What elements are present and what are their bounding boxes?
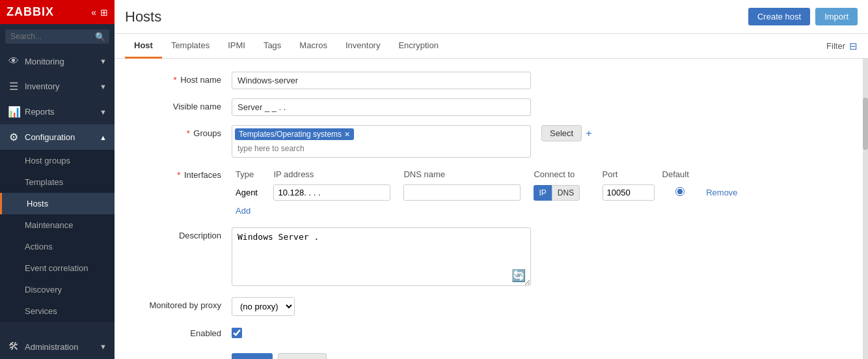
port-input[interactable] bbox=[603, 184, 655, 201]
enabled-row: Enabled bbox=[128, 325, 848, 340]
ip-button[interactable]: IP bbox=[534, 185, 551, 201]
main-menu: 👁 Monitoring ▼ ☰ Inventory ▼ 📊 Reports ▼… bbox=[0, 49, 115, 322]
dns-button[interactable]: DNS bbox=[552, 185, 580, 201]
enabled-checkbox[interactable] bbox=[232, 328, 242, 338]
search-icon: 🔍 bbox=[95, 32, 105, 42]
ip-address-input[interactable] bbox=[273, 184, 390, 201]
sidebar-item-services[interactable]: Services bbox=[0, 300, 115, 322]
groups-row: * Groups Templates/Operating systems ✕ bbox=[128, 125, 848, 158]
scrollbar-thumb[interactable] bbox=[863, 98, 868, 150]
admin-icon: 🛠 bbox=[8, 341, 20, 352]
proxy-select[interactable]: (no proxy) bbox=[232, 297, 295, 316]
enabled-field bbox=[232, 325, 242, 340]
expand-icon[interactable]: ⊞ bbox=[100, 7, 108, 18]
col-default: Default bbox=[658, 167, 703, 182]
scrollbar-track[interactable] bbox=[863, 59, 868, 359]
tab-inventory[interactable]: Inventory bbox=[336, 34, 389, 59]
visible-name-label: Visible name bbox=[128, 98, 232, 111]
col-port: Port bbox=[599, 167, 658, 182]
description-input[interactable] bbox=[232, 227, 531, 286]
inventory-icon: ☰ bbox=[8, 80, 20, 93]
add-button[interactable]: Add bbox=[232, 353, 273, 359]
page-title: Hosts bbox=[125, 8, 161, 25]
groups-search-input[interactable] bbox=[235, 143, 528, 154]
col-dns: DNS name bbox=[400, 167, 530, 182]
connect-to-cell: IP DNS bbox=[530, 182, 598, 203]
sidebar-item-discovery[interactable]: Discovery bbox=[0, 279, 115, 300]
tab-macros[interactable]: Macros bbox=[290, 34, 336, 59]
logo-area: ZABBIX « ⊞ bbox=[0, 0, 115, 24]
reports-icon: 📊 bbox=[8, 106, 20, 118]
enabled-label: Enabled bbox=[128, 325, 232, 338]
sidebar-item-host-groups[interactable]: Host groups bbox=[0, 150, 115, 171]
cancel-button[interactable]: Cancel bbox=[278, 353, 326, 359]
form-area: * Host name Visible name * bbox=[115, 59, 868, 359]
chevron-icon: ▼ bbox=[100, 108, 107, 116]
sidebar-item-monitoring[interactable]: 👁 Monitoring ▼ bbox=[0, 49, 115, 74]
connect-toggle: IP DNS bbox=[534, 185, 594, 201]
create-host-button[interactable]: Create host bbox=[748, 8, 810, 25]
tab-host[interactable]: Host bbox=[125, 34, 162, 59]
group-tag-remove[interactable]: ✕ bbox=[344, 130, 350, 139]
add-interface-link[interactable]: Add bbox=[236, 206, 251, 216]
host-name-input[interactable] bbox=[232, 72, 531, 89]
remove-cell: Remove bbox=[702, 182, 752, 203]
page-header: Hosts Create host Import bbox=[115, 0, 868, 34]
sidebar: ZABBIX « ⊞ 🔍 👁 Monitoring ▼ ☰ Inventory … bbox=[0, 0, 115, 359]
main-content: Hosts Create host Import Host Templates … bbox=[115, 0, 868, 359]
dns-name-input[interactable] bbox=[403, 184, 521, 201]
chevron-down-icon: ▲ bbox=[100, 134, 107, 141]
sidebar-item-templates[interactable]: Templates bbox=[0, 171, 115, 193]
interfaces-label: * Interfaces bbox=[128, 167, 232, 180]
description-row: Description 🔄 bbox=[128, 227, 848, 288]
select-button[interactable]: Select bbox=[541, 125, 582, 141]
interfaces-table: Type IP address DNS name Connect to Port… bbox=[232, 167, 752, 203]
filter-area: Filter ⊟ bbox=[826, 40, 858, 52]
remove-interface-link[interactable]: Remove bbox=[706, 188, 737, 197]
tab-tags[interactable]: Tags bbox=[254, 34, 290, 59]
groups-container[interactable]: Templates/Operating systems ✕ bbox=[232, 125, 531, 158]
interface-ip-cell bbox=[269, 182, 400, 203]
admin-label: Administration bbox=[25, 342, 78, 352]
table-row: Agent IP DNS bbox=[232, 182, 752, 203]
sidebar-item-maintenance[interactable]: Maintenance bbox=[0, 214, 115, 236]
host-name-label: * Host name bbox=[128, 72, 232, 85]
monitoring-icon: 👁 bbox=[8, 55, 20, 67]
filter-icon[interactable]: ⊟ bbox=[849, 40, 858, 52]
tabs-bar: Host Templates IPMI Tags Macros Inventor… bbox=[115, 34, 868, 59]
sidebar-item-hosts[interactable]: Hosts bbox=[0, 193, 115, 214]
sidebar-item-actions[interactable]: Actions bbox=[0, 236, 115, 257]
required-star: * bbox=[177, 170, 180, 180]
collapse-icon[interactable]: « bbox=[91, 7, 96, 18]
import-button[interactable]: Import bbox=[815, 8, 858, 25]
description-label: Description bbox=[128, 227, 232, 240]
tab-templates[interactable]: Templates bbox=[162, 34, 219, 59]
config-icon: ⚙ bbox=[8, 131, 20, 143]
reports-label: Reports bbox=[25, 107, 55, 117]
sidebar-item-administration[interactable]: 🛠 Administration ▼ bbox=[0, 334, 115, 359]
sidebar-item-reports[interactable]: 📊 Reports ▼ bbox=[0, 99, 115, 124]
col-ip: IP address bbox=[269, 167, 400, 182]
interfaces-row: * Interfaces Type IP address DNS name Co… bbox=[128, 167, 848, 218]
sidebar-item-inventory[interactable]: ☰ Inventory ▼ bbox=[0, 74, 115, 99]
groups-tags: Templates/Operating systems ✕ bbox=[235, 128, 528, 140]
sidebar-item-configuration[interactable]: ⚙ Configuration ▲ bbox=[0, 124, 115, 150]
proxy-row: Monitored by proxy (no proxy) bbox=[128, 297, 848, 316]
filter-label: Filter bbox=[826, 41, 845, 51]
tab-encryption[interactable]: Encryption bbox=[389, 34, 447, 59]
add-interface-area: Add bbox=[232, 203, 752, 218]
form-actions: Add Cancel bbox=[128, 353, 848, 359]
sidebar-item-event-correlation[interactable]: Event correlation bbox=[0, 257, 115, 279]
chevron-icon: ▼ bbox=[100, 343, 107, 351]
required-star: * bbox=[187, 128, 190, 138]
visible-name-input[interactable] bbox=[232, 98, 531, 116]
logo-icons: « ⊞ bbox=[91, 7, 108, 18]
config-submenu: Host groups Templates Hosts Maintenance … bbox=[0, 150, 115, 322]
add-group-icon[interactable]: + bbox=[586, 128, 591, 139]
config-label: Configuration bbox=[25, 132, 75, 142]
main-body: * Host name Visible name * bbox=[115, 59, 868, 359]
edit-icon: 🔄 bbox=[511, 268, 526, 283]
tab-ipmi[interactable]: IPMI bbox=[219, 34, 254, 59]
sidebar-search-input[interactable] bbox=[5, 29, 109, 44]
default-radio[interactable] bbox=[675, 187, 685, 196]
